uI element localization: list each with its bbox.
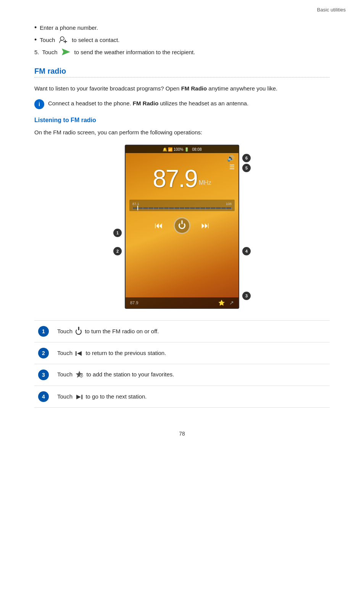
callout-1: 1 <box>113 229 122 237</box>
tick <box>200 207 200 210</box>
freq-display: 87.9MHz <box>126 153 238 197</box>
table-suffix-2: to return to the previous station. <box>85 350 166 356</box>
bullet-dot-2: • <box>34 36 37 43</box>
freq-max: 108 <box>226 202 232 206</box>
prev-station-icon-inline <box>76 350 82 357</box>
radio-bottom-controls: ⏮ ⏭ <box>126 217 238 234</box>
tick <box>226 207 226 210</box>
freq-indicator <box>137 206 138 210</box>
table-desc-3: Touch to add the station to your favorit… <box>53 364 330 386</box>
freq-number: 87.9 <box>153 165 197 192</box>
freq-slider-area: 87.1 108 <box>129 200 235 211</box>
touch-label-2: Touch <box>57 350 72 356</box>
page-number: 78 <box>0 423 364 444</box>
power-icon-inner <box>179 222 185 229</box>
menu-icon: ☰ <box>229 163 235 171</box>
tick <box>143 207 143 210</box>
tick <box>153 207 154 210</box>
tick <box>231 207 232 210</box>
screen-desc: On the FM radio screen, you can perform … <box>34 128 330 137</box>
num-badge-3: 3 <box>38 370 49 380</box>
next-station-icon-inline <box>76 394 82 400</box>
info-bold: FM Radio <box>133 100 159 107</box>
svg-marker-3 <box>62 48 70 55</box>
callout-2: 2 <box>113 247 122 255</box>
main-content: • Enter a phone number. • Touch to selec… <box>0 13 364 423</box>
radio-bottom-bar: 87.9 ⭐ ↗ <box>126 297 238 308</box>
touch-label-1: Touch <box>57 328 72 334</box>
tick <box>210 207 211 210</box>
fm-radio-bold: FM Radio <box>181 85 207 92</box>
bullet-dot-1: • <box>34 24 37 31</box>
bullet-touch-label: Touch <box>40 37 55 43</box>
tick <box>148 207 148 210</box>
table-row-4: 4 Touch to go to the next station. <box>34 386 330 408</box>
status-time: 08:08 <box>192 147 201 152</box>
phone-wrapper: 🔔 📶 100% 🔋 08:08 🔊 ☰ 87.9MHz 87.1 108 <box>125 145 239 309</box>
radio-controls-top: 🔊 ☰ <box>227 155 235 171</box>
page-header: Basic utilities <box>0 0 364 13</box>
star-icon[interactable]: ⭐ <box>218 300 225 306</box>
status-icons: 🔔 📶 100% 🔋 <box>163 147 189 152</box>
freq-min: 87.1 <box>132 202 139 206</box>
send-icon <box>62 48 70 55</box>
table-desc-2: Touch to return to the previous station. <box>53 342 330 364</box>
bullet-text-1: Enter a phone number. <box>40 24 98 31</box>
callout-5: 5 <box>242 164 251 172</box>
table-num-2: 2 <box>34 342 53 364</box>
tick <box>205 207 206 210</box>
info-icon: i <box>34 99 44 109</box>
tick <box>174 207 174 210</box>
contact-add-icon <box>59 36 68 43</box>
section-divider <box>34 77 330 77</box>
prev-station-btn[interactable]: ⏮ <box>155 221 163 231</box>
share-icon[interactable]: ↗ <box>229 300 234 306</box>
info-text: Connect a headset to the phone. FM Radio… <box>48 99 248 108</box>
table-suffix-3: to add the station to your favorites. <box>86 371 174 378</box>
volume-icon: 🔊 <box>227 155 235 162</box>
tick <box>179 207 180 210</box>
step-touch-label: Touch <box>42 49 58 55</box>
star-settings-icon-inline <box>76 371 83 379</box>
bullet-list: • Enter a phone number. • Touch to selec… <box>34 24 330 43</box>
power-line <box>182 220 183 224</box>
touch-label-3: Touch <box>57 371 72 378</box>
tick <box>158 207 159 210</box>
freq-ticks <box>132 207 232 210</box>
table-desc-1: Touch to turn the FM radio on or off. <box>53 321 330 342</box>
tick <box>169 207 169 210</box>
next-station-btn[interactable]: ⏭ <box>201 221 209 231</box>
table-suffix-4: to go to the next station. <box>85 393 147 400</box>
tick <box>164 207 164 210</box>
freq-range-labels: 87.1 108 <box>132 202 232 206</box>
phone-screen: 🔔 📶 100% 🔋 08:08 🔊 ☰ 87.9MHz 87.1 108 <box>125 145 239 309</box>
freq-track <box>132 207 232 209</box>
svg-rect-10 <box>82 395 83 399</box>
fm-radio-title: FM radio <box>34 67 330 76</box>
freq-unit: MHz <box>199 179 211 186</box>
table-num-1: 1 <box>34 321 53 342</box>
svg-marker-9 <box>76 395 81 399</box>
bullet-contact-suffix: to select a contact. <box>72 37 119 43</box>
phone-status-bar: 🔔 📶 100% 🔋 08:08 <box>126 145 238 153</box>
bullet-item-2: • Touch to select a contact. <box>34 36 330 43</box>
svg-point-8 <box>81 375 82 376</box>
svg-rect-4 <box>76 351 77 356</box>
table-row-1: 1 Touch to turn the FM radio on or off. <box>34 321 330 342</box>
table-row-2: 2 Touch to return to the previous statio… <box>34 342 330 364</box>
header-label: Basic utilities <box>317 7 346 13</box>
power-icon-inline <box>76 329 82 335</box>
touch-label-4: Touch <box>57 393 72 400</box>
bottom-icons: ⭐ ↗ <box>218 300 234 306</box>
table-desc-4: Touch to go to the next station. <box>53 386 330 408</box>
power-btn[interactable] <box>174 217 190 234</box>
step-number: 5. <box>34 49 39 55</box>
num-badge-1: 1 <box>38 326 49 337</box>
tick <box>195 207 195 210</box>
callout-6: 6 <box>242 154 251 162</box>
bullet-item-1: • Enter a phone number. <box>34 24 330 31</box>
table-suffix-1: to turn the FM radio on or off. <box>85 328 159 334</box>
num-badge-4: 4 <box>38 391 49 402</box>
num-badge-2: 2 <box>38 348 49 358</box>
fm-radio-body: Want to listen to your favorite broadcas… <box>34 84 330 94</box>
